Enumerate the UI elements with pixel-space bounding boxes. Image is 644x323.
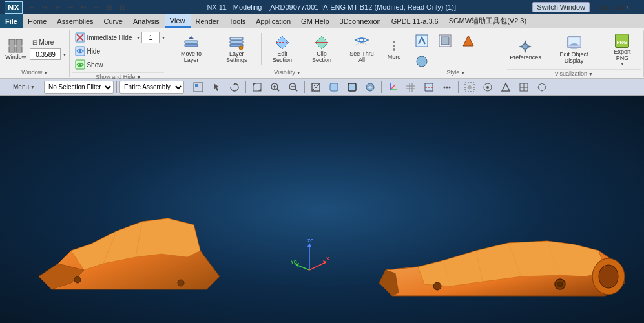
tb2-select-btn[interactable] [208, 81, 225, 94]
menu-curve[interactable]: Curve [99, 14, 128, 28]
qa-btn-6[interactable]: ↪ [90, 1, 102, 13]
zoom-input[interactable] [30, 48, 61, 60]
tb2-extra-btn-1[interactable] [461, 81, 478, 94]
svg-line-94 [296, 265, 309, 270]
window-group-label-text: Window [21, 69, 42, 76]
tb2-zoom-out-btn[interactable] [285, 81, 302, 94]
svg-point-8 [79, 50, 81, 52]
separator-2 [116, 81, 117, 93]
nx-logo-text: NX [5, 1, 23, 14]
style-icon-1 [414, 33, 430, 48]
edit-section-button[interactable]: Edit Section [264, 33, 300, 65]
tb2-extra-btn-4[interactable] [515, 81, 532, 94]
layer-settings-button[interactable]: Layer Settings [215, 33, 258, 65]
tb2-studio-btn[interactable] [362, 81, 379, 94]
menu-file[interactable]: File [0, 14, 23, 28]
tb2-more-btn[interactable] [439, 81, 455, 94]
menu-dropdown-button[interactable]: ☰ Menu ▼ [3, 81, 38, 94]
visualization-group-content: Preferences Edit Object Display PNG Expo… [507, 31, 641, 68]
edit-object-display-button[interactable]: Edit Object Display [546, 31, 601, 68]
menu-gm-help[interactable]: GM Help [296, 14, 334, 28]
svg-point-21 [393, 45, 395, 47]
redo-button[interactable]: ↪ [39, 1, 50, 13]
tb2-zoom-in-btn[interactable] [267, 81, 284, 94]
menu-icon: ☰ [6, 83, 12, 90]
qa-btn-7[interactable]: ⊟ [103, 1, 115, 13]
window-group-content: Window ⊟ More ▼ [3, 31, 67, 67]
more-button[interactable]: ⊟ More [30, 37, 67, 47]
tb2-extra-btn-3[interactable] [497, 81, 514, 94]
menu-3dconnexion[interactable]: 3Dconnexion [335, 14, 386, 28]
see-thru-icon [354, 35, 369, 50]
qa-btn-3[interactable]: ↩ [52, 1, 63, 13]
tb2-snap-btn[interactable] [190, 81, 207, 94]
show-hide-group-content: Immediate Hide ▼ ▼ Hide Show [72, 31, 164, 71]
qa-btn-4[interactable]: ↪ [65, 1, 76, 13]
menu-gpdl[interactable]: GPDL 11-a.3.6 [386, 14, 444, 28]
menu-home[interactable]: Home [23, 14, 52, 28]
tb2-rotate-btn[interactable] [226, 81, 243, 94]
title-bar: NX ↩ ↪ ↩ ↪ ↩ ↪ ⊟ ⊡ NX 11 - Modeling - [A… [0, 0, 644, 14]
move-to-layer-button[interactable]: Move to Layer [170, 33, 213, 65]
menu-view[interactable]: View [165, 14, 191, 28]
menu-application[interactable]: Application [251, 14, 296, 28]
tb2-extra-btn-2[interactable] [479, 81, 496, 94]
hide-num-arrow[interactable]: ▼ [161, 36, 165, 40]
tb2-section-btn[interactable] [421, 81, 437, 94]
layer-settings-icon [229, 35, 244, 50]
svg-rect-47 [330, 83, 338, 91]
tb2-shade-btn[interactable] [326, 81, 342, 94]
tb2-fit-btn[interactable] [249, 81, 265, 94]
style-btn-1[interactable] [411, 31, 433, 50]
hide-num-input[interactable] [141, 32, 160, 43]
see-thru-all-button[interactable]: See-Thru All [343, 33, 381, 65]
assembly-dropdown[interactable]: Entire Assembly [119, 81, 184, 94]
preferences-button[interactable]: Preferences [507, 31, 545, 68]
qa-btn-5[interactable]: ↩ [78, 1, 89, 13]
window-group-label: Window ▼ [3, 68, 67, 76]
tb2-edge-btn[interactable] [344, 81, 360, 94]
viewport[interactable]: XC YC ZC [0, 96, 644, 323]
svg-point-63 [486, 86, 489, 89]
show-button[interactable]: Show [72, 58, 105, 71]
separator-3 [187, 81, 187, 93]
part-left [39, 199, 220, 304]
menu-sgmw[interactable]: SGMW辅助工具包(V2.3) [444, 14, 532, 28]
menu-render[interactable]: Render [191, 14, 224, 28]
zoom-dropdown-arrow[interactable]: ▼ [62, 52, 67, 57]
export-png-button[interactable]: PNG Export PNG ▼ [604, 31, 641, 68]
ribbon-group-visualization: Preferences Edit Object Display PNG Expo… [504, 30, 644, 77]
style-btn-4[interactable] [411, 52, 433, 67]
window-menu-button[interactable]: Window ▼ [595, 3, 634, 12]
switch-window-button[interactable]: Switch Window [532, 2, 590, 12]
style-btn-3[interactable] [457, 31, 479, 50]
selection-filter-dropdown[interactable]: No Selection Filter [44, 81, 114, 94]
menu-bar: File Home Assemblies Curve Analysis View… [0, 14, 644, 28]
style-label-text: Style [446, 69, 459, 76]
tb2-extra-btn-5[interactable] [534, 81, 550, 94]
undo-button[interactable]: ↩ [26, 1, 37, 13]
svg-line-92 [309, 262, 326, 270]
clip-section-button[interactable]: Clip Section [304, 33, 340, 65]
visibility-more-button[interactable]: More [383, 36, 405, 62]
window-mode-button[interactable]: Window [3, 36, 28, 62]
hide-button[interactable]: Hide [72, 45, 103, 57]
menu-analysis[interactable]: Analysis [128, 14, 165, 28]
svg-point-58 [443, 86, 445, 88]
svg-rect-12 [185, 41, 198, 43]
menu-assemblies[interactable]: Assemblies [52, 14, 98, 28]
tb2-axis-btn[interactable] [384, 81, 401, 94]
qa-btn-8[interactable]: ⊡ [116, 1, 128, 13]
svg-rect-1 [16, 39, 22, 45]
immediate-hide-arrow[interactable]: ▼ [136, 36, 140, 40]
style-btn-2[interactable] [434, 31, 456, 50]
immediate-hide-button[interactable]: Immediate Hide [72, 31, 134, 44]
tb2-wire-btn[interactable] [307, 81, 324, 94]
svg-point-79 [599, 265, 618, 288]
svg-rect-0 [9, 39, 15, 45]
svg-marker-91 [307, 243, 311, 247]
visibility-more-label: More [388, 54, 401, 60]
menu-tools[interactable]: Tools [224, 14, 251, 28]
svg-text:YC: YC [291, 260, 297, 264]
tb2-grid-btn[interactable] [402, 81, 419, 94]
